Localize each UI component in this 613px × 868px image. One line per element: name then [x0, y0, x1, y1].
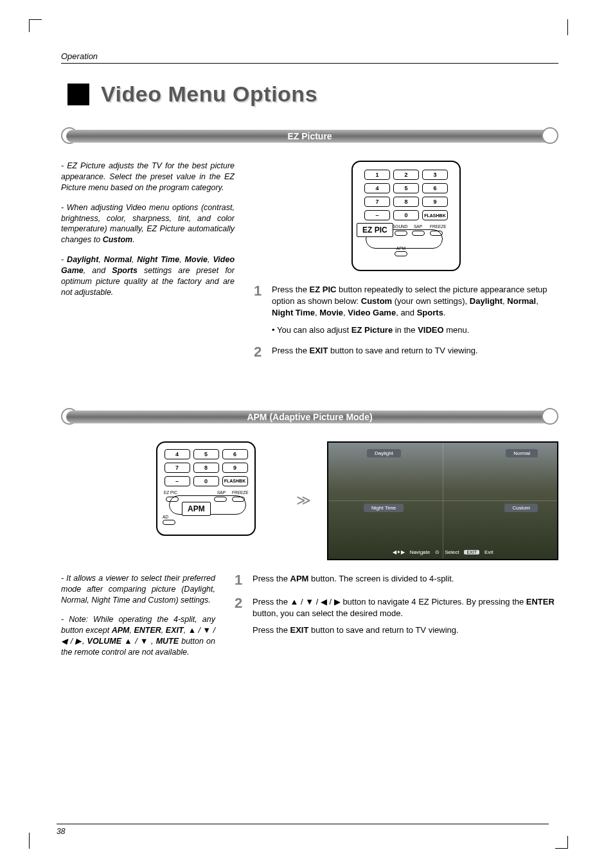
- ez-intro1: EZ Picture adjusts the TV for the best p…: [61, 161, 235, 192]
- section-header-apm: APM (Adaptive Picture Mode): [61, 407, 558, 427]
- key: 1: [364, 170, 390, 180]
- t: VOLUME: [87, 637, 121, 646]
- exit-badge: EXIT: [464, 550, 479, 554]
- lbl: SAP: [217, 490, 226, 495]
- mid: , and: [84, 266, 112, 275]
- mode: Sports: [112, 266, 138, 275]
- key: 9: [222, 463, 248, 473]
- running-header: Operation: [61, 51, 558, 64]
- pill: [395, 251, 407, 256]
- key: 7: [164, 463, 190, 473]
- screen-footer: ◀✦▶ Navigate ⊙ Select EXIT Exit: [328, 549, 557, 555]
- lbl: FREEZE: [430, 224, 447, 229]
- page-number: 38: [57, 827, 65, 836]
- apm-intro-column: - It allows a viewer to select their pre…: [61, 573, 215, 667]
- step-body: Press the APM button. The screen is divi…: [253, 573, 558, 587]
- pill: [232, 497, 245, 502]
- section-header-label: EZ Picture: [61, 130, 558, 143]
- quad-label: Custom: [504, 504, 538, 512]
- step-body: Press the EZ PIC button repeatedly to se…: [272, 284, 558, 336]
- t: ,: [161, 626, 166, 635]
- step-number: 2: [235, 596, 246, 637]
- pill: [166, 497, 179, 502]
- ez-intro2c: .: [132, 235, 134, 244]
- lbl: EZ PIC: [164, 490, 177, 495]
- quad-label: Daylight: [367, 449, 401, 457]
- step-number: 1: [235, 573, 246, 587]
- page-title: Video Menu Options: [101, 82, 317, 107]
- key: 5: [193, 449, 219, 459]
- crop-mark: [29, 833, 30, 849]
- t: ENTER: [134, 626, 161, 635]
- ez-steps: 1 Press the EZ PIC button repeatedly to …: [254, 284, 558, 359]
- t: APM: [112, 626, 130, 635]
- key: 7: [364, 197, 390, 207]
- key: 6: [422, 183, 448, 193]
- select-label: Select: [445, 549, 459, 555]
- ez-intro2b: Custom: [103, 235, 133, 244]
- step-body: Press the ▲ / ▼ / ◀ / ▶ button to naviga…: [253, 596, 558, 637]
- key: 0: [393, 210, 419, 220]
- key: 3: [422, 170, 448, 180]
- lbl: AD: [163, 515, 168, 519]
- arrow-icon: ≫: [293, 492, 314, 509]
- nav-icon: ◀✦▶: [393, 549, 405, 555]
- lbl: SOUND: [393, 224, 407, 229]
- step-number: 2: [254, 345, 265, 359]
- key: –: [164, 476, 190, 486]
- apm-callout: APM: [182, 502, 211, 516]
- t: EXIT: [166, 626, 184, 635]
- exit-label: Exit: [484, 549, 493, 555]
- key: 2: [393, 170, 419, 180]
- ez-intro2a: When adjusting Video menu options (contr…: [61, 203, 235, 245]
- ezpic-callout: EZ PIC: [357, 223, 393, 237]
- pill: [395, 231, 407, 236]
- step-number: 1: [254, 284, 265, 336]
- pill: [163, 520, 175, 525]
- lbl: APM: [396, 246, 405, 251]
- lbl: SAP: [414, 224, 422, 229]
- t: MUTE: [156, 637, 179, 646]
- key: 5: [393, 183, 419, 193]
- footer-rule: [57, 824, 549, 824]
- lbl: FREEZE: [232, 490, 249, 495]
- section-header-label: APM (Adaptive Picture Mode): [61, 411, 558, 423]
- ez-intro-column: - EZ Picture adjusts the TV for the best…: [61, 161, 235, 368]
- mode: Night Time: [137, 255, 179, 264]
- key: 4: [364, 183, 390, 193]
- key: 6: [222, 449, 248, 459]
- mode: Daylight: [67, 255, 98, 264]
- remote-diagram-apm: 4 5 6 7 8 9 – 0 FLASHBK: [156, 441, 256, 536]
- key: FLASHBK: [222, 476, 248, 486]
- key: 8: [193, 463, 219, 473]
- pill: [214, 497, 227, 502]
- mode: Normal: [104, 255, 132, 264]
- key: 8: [393, 197, 419, 207]
- quad-label: Night Time: [364, 504, 404, 512]
- apm-steps: 1 Press the APM button. The screen is di…: [235, 573, 558, 637]
- remote-diagram-ez: 1 2 3 4 5 6 7 8 9 –: [351, 161, 461, 271]
- pill: [412, 231, 425, 236]
- t: ▲ / ▼ ,: [121, 637, 156, 646]
- select-icon: ⊙: [435, 549, 440, 555]
- apm-screen-preview: Daylight Normal Night Time Custom ◀✦▶ Na…: [327, 441, 558, 560]
- title-bullet: [67, 84, 89, 105]
- key: 4: [164, 449, 190, 459]
- step-body: Press the EXIT button to save and return…: [272, 345, 558, 359]
- mode: Movie: [185, 255, 208, 264]
- key: FLASHBK: [422, 210, 448, 220]
- apm-left1: It allows a viewer to select their prefe…: [61, 574, 215, 605]
- nav-label: Navigate: [410, 549, 431, 555]
- page-title-row: Video Menu Options: [67, 82, 558, 107]
- section-header-ez: EZ Picture: [61, 126, 558, 146]
- quad-label: Normal: [506, 449, 538, 457]
- pill: [430, 231, 443, 236]
- key: 0: [193, 476, 219, 486]
- key: –: [364, 210, 390, 220]
- key: 9: [422, 197, 448, 207]
